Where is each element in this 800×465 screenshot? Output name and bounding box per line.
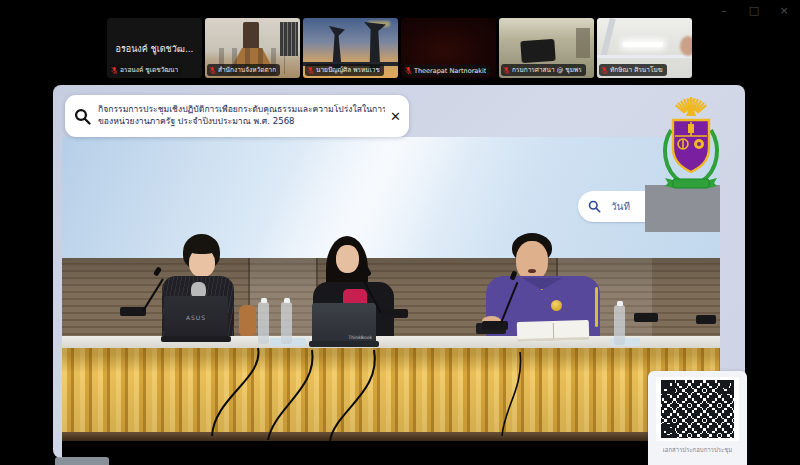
participant-center-name: อรอนงค์ ชูเดชวัฒ... <box>107 42 202 56</box>
mic-muted-icon <box>307 66 314 75</box>
participant-tile-3[interactable]: นายปัญญ์ศิล พรหมเวช <box>303 18 398 78</box>
presenter3-sleeve-trim <box>595 287 598 327</box>
microphone-base <box>634 313 658 322</box>
wall-trim <box>597 55 692 58</box>
government-crest-logo <box>659 86 723 194</box>
close-icon[interactable]: ✕ <box>390 109 401 124</box>
search-icon <box>74 108 91 125</box>
qr-finder <box>661 424 675 438</box>
conference-app-window: – □ × อรอนงค์ ชูเดชวัฒ... อรอนงค์ ชูเดชว… <box>0 0 800 465</box>
person-head-partial <box>680 36 692 56</box>
participant-name-badge: อรอนงค์ ชูเดชวัฒนา <box>109 64 182 76</box>
participant-name: สำนักงานจังหวัดตาก <box>218 65 276 75</box>
maximize-icon[interactable]: □ <box>746 4 762 18</box>
banner-text-line2: ของหน่วยงานภาครัฐ ประจำปีงบประมาณ พ.ศ. 2… <box>98 116 385 128</box>
ceiling-beam <box>600 18 615 58</box>
banner-text-line1: กิจกรรมการประชุมเชิงปฏิบัติการเพื่อยกระด… <box>98 104 385 116</box>
qr-finder <box>661 380 675 394</box>
close-icon[interactable]: × <box>776 4 792 18</box>
participant-name-badge: ทักษิณา ศิรนาโมฆ <box>599 64 667 76</box>
qr-code <box>656 377 739 441</box>
title-search-banner[interactable]: กิจกรรมการประชุมเชิงปฏิบัติการเพื่อยกระด… <box>65 95 409 137</box>
participant-name-badge: นายปัญญ์ศิล พรหมเวช <box>305 64 384 76</box>
presenter3-mouth <box>528 269 536 273</box>
participant-name: ทักษิณา ศิรนาโมฆ <box>610 65 663 75</box>
chair-back <box>239 305 256 337</box>
main-video-feed: วันที ASUS <box>62 137 720 465</box>
presenter3-chest-emblem <box>551 300 562 311</box>
participant-name: นายปัญญ์ศิล พรหมเวช <box>316 65 380 75</box>
microphone-base <box>382 309 408 318</box>
mic-muted-icon <box>405 66 412 75</box>
participant-name-badge: สำนักงานจังหวัดตาก <box>207 64 280 76</box>
mic-muted-icon <box>503 66 510 75</box>
participant-name-badge: กรมการศาสนา @ ชุมพร <box>501 64 586 76</box>
laptop-brand-label: ASUS <box>164 314 228 321</box>
presenter3-face <box>516 241 548 281</box>
search-icon <box>588 200 601 213</box>
participant-tile-1[interactable]: อรอนงค์ ชูเดชวัฒ... อรอนงค์ ชูเดชวัฒนา <box>107 18 202 78</box>
microphone-cables <box>62 336 720 442</box>
onscreen-search-text: วันที <box>611 199 630 214</box>
participant-tile-5[interactable]: กรมการศาสนา @ ชุมพร <box>499 18 594 78</box>
participant-thumbnail-strip: อรอนงค์ ชูเดชวัฒ... อรอนงค์ ชูเดชวัฒนา ส… <box>107 18 692 78</box>
minimize-icon[interactable]: – <box>716 4 732 18</box>
banner-text: กิจกรรมการประชุมเชิงปฏิบัติการเพื่อยกระด… <box>98 104 385 128</box>
participant-name: กรมการศาสนา @ ชุมพร <box>512 65 582 75</box>
presenter1-fringe <box>186 236 218 254</box>
participant-tile-2[interactable]: สำนักงานจังหวัดตาก <box>205 18 300 78</box>
monitor-silhouette <box>520 39 555 63</box>
participant-tile-4[interactable]: Theerapat Nartnorakit <box>401 18 496 78</box>
participant-name: Theerapat Nartnorakit <box>414 67 486 75</box>
presenter2-face <box>336 245 359 273</box>
fluorescent-light <box>623 42 663 47</box>
qr-caption: เอกสารประกอบการประชุม <box>648 445 747 455</box>
microphone-base <box>482 321 508 330</box>
mic-muted-icon <box>111 66 118 75</box>
window-controls: – □ × <box>716 4 792 18</box>
shelf <box>576 28 590 58</box>
participant-tile-6[interactable]: ทักษิณา ศิรนาโมฆ <box>597 18 692 78</box>
qr-code-card: เอกสารประกอบการประชุม <box>648 371 747 465</box>
mic-muted-icon <box>209 66 216 75</box>
participant-name-badge: Theerapat Nartnorakit <box>403 65 490 76</box>
microphone-base <box>696 315 716 324</box>
qr-finder <box>720 380 734 394</box>
participant-label-partial <box>55 457 109 465</box>
participant-name: อรอนงค์ ชูเดชวัฒนา <box>120 65 178 75</box>
mic-muted-icon <box>601 66 608 75</box>
